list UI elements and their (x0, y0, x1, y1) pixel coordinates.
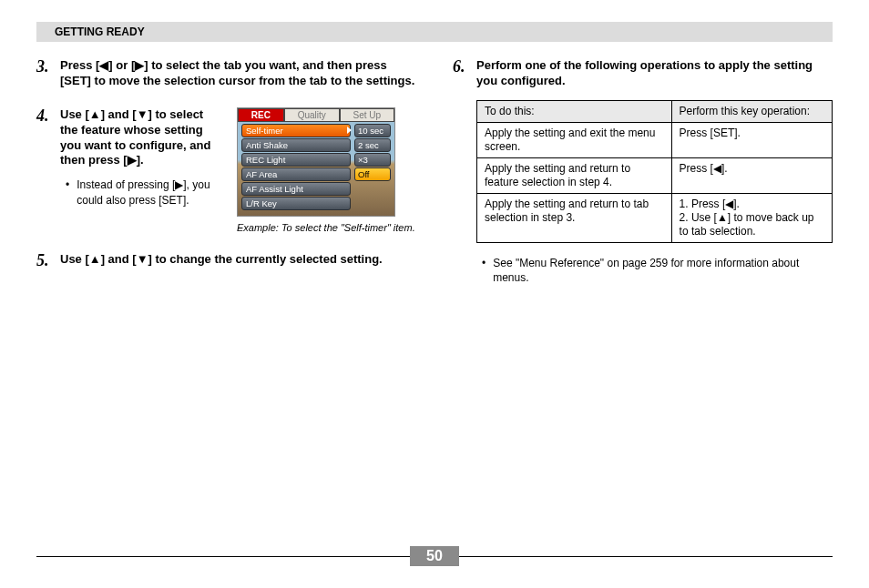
section-header: GETTING READY (36, 22, 833, 42)
table-cell: Apply the setting and exit the menu scre… (477, 122, 672, 157)
camera-option: Off (354, 167, 391, 181)
right-column: 6. Perform one of the following operatio… (453, 58, 833, 303)
page-footer: 50 (36, 546, 833, 566)
step-5-text: Use [▲] and [▼] to change the currently … (60, 252, 416, 268)
camera-menu-item: REC Light (241, 153, 351, 167)
step-4-text: Use [▲] and [▼] to select the feature wh… (60, 107, 224, 169)
table-row: Apply the setting and exit the menu scre… (477, 122, 833, 157)
camera-menu-item: AF Area (241, 167, 351, 181)
table-cell: Press [SET]. (671, 122, 832, 157)
camera-option: 2 sec (354, 138, 391, 152)
step-4-number: 4. (36, 107, 60, 126)
table-row: Apply the setting and return to feature … (477, 157, 833, 193)
menu-reference-note: See "Menu Reference" on page 259 for mor… (482, 256, 833, 285)
step-6-text: Perform one of the following operations … (476, 58, 833, 89)
table-header: To do this: (477, 100, 672, 122)
table-cell: Apply the setting and return to feature … (477, 157, 672, 193)
table-cell: 1. Press [◀].2. Use [▲] to move back up … (671, 193, 832, 242)
camera-menu-item: AF Assist Light (241, 182, 351, 196)
step-3-text: Press [◀] or [▶] to select the tab you w… (60, 58, 416, 89)
page-number: 50 (410, 546, 459, 566)
camera-menu-item: Self-timer (241, 124, 351, 137)
camera-option: ×3 (354, 153, 391, 167)
camera-tab: Set Up (340, 108, 394, 122)
operations-table: To do this:Perform this key operation: A… (476, 100, 833, 243)
camera-tab: Quality (284, 108, 340, 122)
camera-menu-item: L/R Key (241, 197, 351, 210)
camera-option: 10 sec (354, 124, 391, 137)
table-row: Apply the setting and return to tab sele… (477, 193, 833, 242)
step-5-number: 5. (36, 252, 60, 270)
table-cell: Press [◀]. (671, 157, 832, 193)
camera-menu-item: Anti Shake (241, 138, 351, 152)
table-header: Perform this key operation: (671, 100, 832, 122)
step-6-number: 6. (453, 58, 476, 76)
step-4-note: Instead of pressing [▶], you could also … (66, 177, 224, 207)
camera-tab: REC (238, 108, 284, 122)
illustration-caption: Example: To select the "Self-timer" item… (237, 222, 415, 234)
left-column: 3. Press [◀] or [▶] to select the tab yo… (36, 58, 416, 303)
camera-menu-illustration: RECQualitySet Up Self-timerAnti ShakeREC… (237, 107, 395, 217)
step-3-number: 3. (36, 58, 60, 76)
table-cell: Apply the setting and return to tab sele… (477, 193, 672, 242)
